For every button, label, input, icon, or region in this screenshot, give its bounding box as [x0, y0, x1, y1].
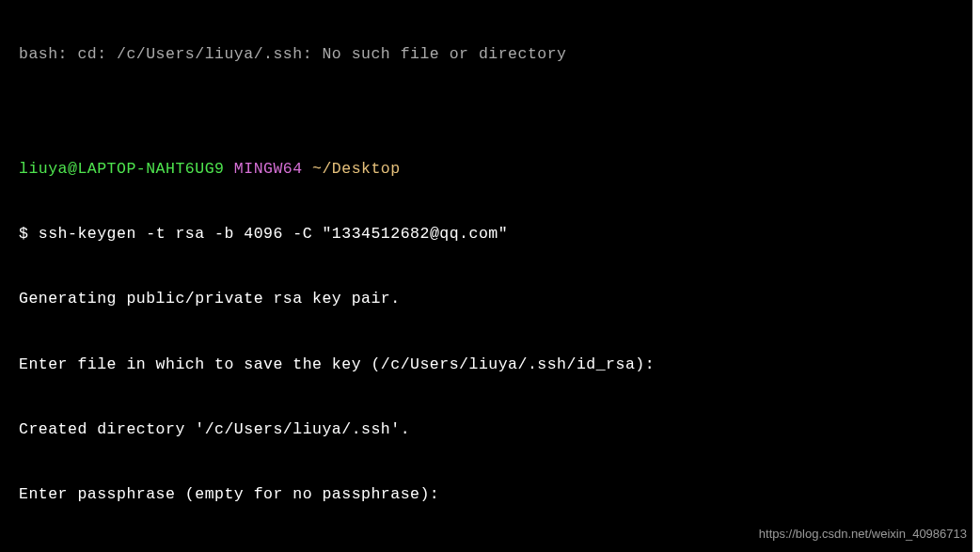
output-line: Created directory '/c/Users/liuya/.ssh'. — [19, 418, 980, 440]
output-line: Enter same passphrase again: — [19, 548, 980, 552]
watermark-text: https://blog.csdn.net/weixin_40986713 — [759, 526, 967, 543]
prompt-path: ~/Desktop — [312, 160, 401, 178]
command-line: $ ssh-keygen -t rsa -b 4096 -C "13345126… — [19, 223, 980, 244]
prompt-symbol: $ — [19, 225, 28, 243]
prior-error-line: bash: cd: /c/Users/liuya/.ssh: No such f… — [19, 43, 980, 65]
output-line: Enter passphrase (empty for no passphras… — [19, 483, 980, 505]
output-line: Generating public/private rsa key pair. — [19, 288, 980, 309]
blank-line — [19, 108, 980, 114]
prompt-user-host: liuya@LAPTOP-NAHT6UG9 — [19, 160, 224, 178]
prompt-shell: MINGW64 — [234, 160, 303, 178]
terminal-window[interactable]: bash: cd: /c/Users/liuya/.ssh: No such f… — [19, 0, 980, 552]
output-line: Enter file in which to save the key (/c/… — [19, 354, 980, 375]
command-text: ssh-keygen -t rsa -b 4096 -C "1334512682… — [39, 225, 508, 243]
prompt-line: liuya@LAPTOP-NAHT6UG9 MINGW64 ~/Desktop — [19, 158, 980, 180]
window-border-right — [972, 0, 980, 552]
